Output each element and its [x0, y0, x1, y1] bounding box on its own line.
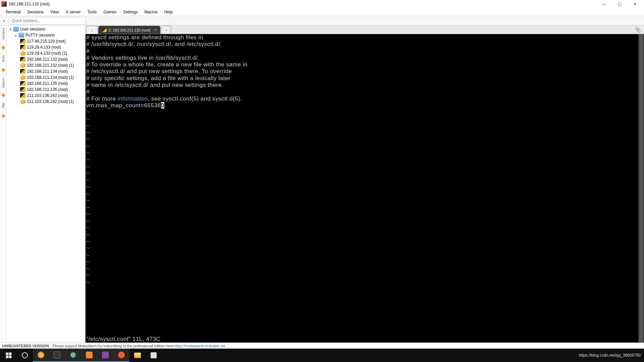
- taskbar-app[interactable]: [33, 349, 49, 362]
- vtab-sessions[interactable]: Sessions: [2, 27, 5, 41]
- terminal-line: # only specific settings, add a file wit…: [86, 75, 230, 81]
- close-button[interactable]: ✕: [627, 0, 643, 8]
- session-label: 192.168.211.134 (root): [27, 69, 68, 74]
- minimize-button[interactable]: —: [596, 0, 612, 8]
- session-label: 192.168.211.132 (root): [27, 57, 68, 62]
- taskbar-explorer[interactable]: [129, 349, 146, 362]
- svg-rect-2: [6, 356, 9, 358]
- session-label: 192.168.211.135 (root): [27, 81, 68, 86]
- terminal-line: # /usr/lib/sysctl.d/, /run/sysctl.d/, an…: [86, 41, 222, 47]
- folder-icon: [13, 27, 19, 32]
- app-icon: [54, 352, 60, 358]
- session-label: 119.29.4.133 (root): [27, 45, 61, 50]
- session-item[interactable]: 119.29.4.133 (root): [7, 44, 85, 50]
- vim-tilde: ~: [86, 149, 90, 156]
- session-label: 117.48.215.120 (root): [27, 39, 65, 44]
- footer-link[interactable]: https://mobaxterm.mobatek.net: [174, 344, 225, 348]
- menu-xserver[interactable]: X server: [62, 9, 84, 15]
- menu-settings[interactable]: Settings: [120, 9, 141, 15]
- menu-macros[interactable]: Macros: [141, 9, 161, 15]
- session-label: 119.29.4.133 (root) (1): [27, 51, 67, 56]
- session-item[interactable]: 119.29.4.133 (root) (1): [7, 50, 85, 56]
- collapse-icon[interactable]: ▾: [9, 27, 12, 31]
- cursor: 0: [161, 102, 164, 109]
- taskbar-app[interactable]: [146, 349, 162, 362]
- terminal-line: # /etc/sysctl.d/ and put new settings th…: [86, 68, 232, 74]
- tab-close-icon[interactable]: ×: [154, 28, 157, 33]
- quick-connect-row: «: [0, 16, 644, 25]
- app-icon: [151, 352, 157, 358]
- menu-terminal[interactable]: Terminal: [2, 9, 24, 15]
- vtab-tools[interactable]: Tools: [2, 55, 5, 63]
- vim-tilde: ~: [86, 245, 90, 251]
- tab-session-active[interactable]: 2. 192.168.211.132 (root) ×: [98, 26, 160, 34]
- vim-tilde: ~: [86, 156, 90, 163]
- taskbar-app[interactable]: [113, 349, 129, 362]
- app-icon: [118, 352, 125, 358]
- tree-putty[interactable]: ▸ PuTTY sessions: [7, 32, 85, 38]
- session-item[interactable]: 192.168.211.135 (root): [7, 80, 85, 86]
- quick-connect-input[interactable]: [9, 17, 86, 24]
- scrollbar-thumb[interactable]: [639, 34, 643, 343]
- session-label: 192.168.211.132 (root) (1): [27, 63, 74, 68]
- taskbar-chrome[interactable]: [65, 349, 81, 362]
- vim-tilde: ~: [86, 190, 90, 197]
- terminal-icon: [102, 28, 107, 32]
- tree-putty-label: PuTTY sessions: [25, 33, 55, 38]
- terminal-line: # sysctl settings are defined through fi…: [86, 34, 203, 41]
- tree-root-label: User sessions: [20, 27, 45, 32]
- menu-view[interactable]: View: [47, 9, 62, 15]
- vtab-dot-icon: [2, 94, 5, 97]
- vim-tilde: ~: [86, 218, 90, 224]
- terminal-scrollbar[interactable]: [638, 34, 644, 343]
- terminal[interactable]: # sysctl settings are defined through fi…: [86, 34, 644, 343]
- session-item[interactable]: 117.48.215.120 (root): [7, 38, 85, 44]
- vim-tilde: ~: [86, 184, 90, 190]
- session-label: 211.103.136.242 (root): [27, 93, 68, 98]
- session-item[interactable]: 192.168.211.132 (root) (1): [7, 62, 85, 68]
- taskbar-app[interactable]: [49, 349, 65, 362]
- window-titlebar: 192.168.211.132 (root) — ▢ ✕: [0, 0, 644, 8]
- plus-icon: +: [165, 28, 167, 32]
- attachment-icon[interactable]: 📎: [635, 26, 641, 33]
- cortana-button[interactable]: [17, 349, 33, 362]
- start-button[interactable]: [1, 349, 17, 362]
- vim-tilde: ~: [86, 252, 90, 258]
- footer-bold: UNREGISTERED VERSION: [2, 344, 49, 348]
- session-item[interactable]: 211.103.136.242 (root): [7, 93, 85, 99]
- vtab-sftp[interactable]: Sftp: [2, 102, 5, 109]
- maximize-button[interactable]: ▢: [612, 0, 627, 8]
- menu-games[interactable]: Games: [100, 9, 120, 15]
- tree-root[interactable]: ▾ User sessions: [7, 26, 85, 32]
- vertical-toolbar: Sessions Tools Macros Sftp: [0, 25, 7, 343]
- session-sidebar: ▾ User sessions ▸ PuTTY sessions 117.48.…: [7, 25, 86, 343]
- session-item[interactable]: 192.168.211.132 (root): [7, 56, 85, 62]
- vim-tilde: ~: [86, 163, 90, 170]
- menu-tools[interactable]: Tools: [84, 9, 100, 15]
- collapse-sidebar-icon[interactable]: «: [0, 18, 8, 23]
- vtab-dot-icon: [2, 46, 5, 49]
- folder-icon: [134, 353, 141, 358]
- folder-icon: [19, 33, 24, 38]
- tab-home[interactable]: ⌂: [86, 26, 98, 34]
- expand-icon[interactable]: ▸: [14, 34, 17, 37]
- vim-tilde: ~: [86, 238, 90, 245]
- tab-new[interactable]: +: [161, 26, 171, 34]
- taskbar-app[interactable]: [81, 349, 97, 362]
- terminal-line: # name in /etc/sysctl.d/ and put new set…: [86, 81, 223, 88]
- session-item[interactable]: 192.168.211.136 (root): [7, 86, 85, 93]
- menu-help[interactable]: Help: [161, 9, 176, 15]
- taskbar-app[interactable]: [97, 349, 113, 362]
- session-item[interactable]: 192.168.211.134 (root) (1): [7, 74, 85, 80]
- terminal-icon: [20, 45, 25, 50]
- menu-sessions[interactable]: Sessions: [24, 9, 47, 15]
- session-item[interactable]: 211.103.136.242 (root) (1): [7, 99, 85, 105]
- terminal-line: # To override a whole file, create a new…: [86, 61, 248, 68]
- session-item[interactable]: 192.168.211.134 (root): [7, 68, 85, 74]
- windows-taskbar: https://blog.csdn.net/qq_38608750: [0, 349, 644, 362]
- terminal-line: # For more information, see sysctl.conf(…: [86, 95, 242, 102]
- chrome-icon: [70, 352, 76, 358]
- terminal-icon: [20, 93, 25, 98]
- terminal-icon: [20, 87, 25, 92]
- vtab-macros[interactable]: Macros: [2, 77, 5, 88]
